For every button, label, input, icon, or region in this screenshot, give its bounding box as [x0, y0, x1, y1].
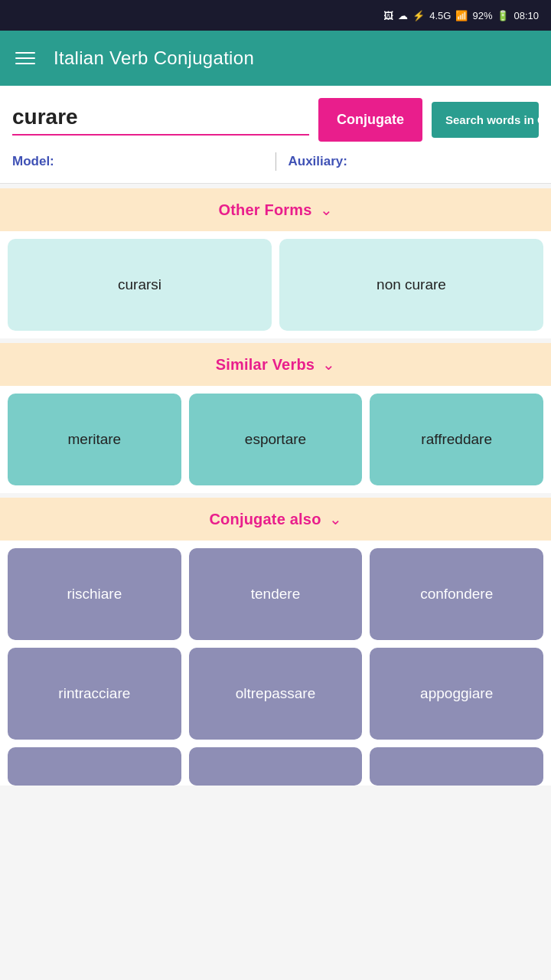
battery-text: 92% — [472, 10, 492, 21]
gallery-icon: 🖼 — [383, 10, 393, 21]
conjugate-also-header[interactable]: Conjugate also ⌄ — [0, 498, 551, 541]
other-forms-header[interactable]: Other Forms ⌄ — [0, 188, 551, 231]
conjugate-also-grid-row1: rischiare tendere confondere — [0, 541, 551, 648]
conj-also-card-oltrepassare[interactable]: oltrepassare — [189, 648, 363, 740]
model-label: Model: — [12, 154, 263, 169]
conj-also-card-rischiare[interactable]: rischiare — [8, 548, 181, 640]
conjugate-also-grid-row3-partial — [0, 747, 551, 786]
auxiliary-label: Auxiliary: — [289, 154, 540, 169]
search-context-button[interactable]: Search words in Context — [432, 102, 539, 139]
other-forms-title: Other Forms — [218, 201, 311, 219]
similar-verbs-header[interactable]: Similar Verbs ⌄ — [0, 343, 551, 386]
network-type: 4.5G — [429, 10, 451, 21]
conj-also-card-partial-1[interactable] — [8, 747, 181, 786]
sections-container: Other Forms ⌄ curarsi non curare Similar… — [0, 188, 551, 786]
signal-icon: 📶 — [455, 10, 468, 21]
sync-icon: ☁ — [398, 10, 408, 21]
conj-also-card-partial-3[interactable] — [370, 747, 543, 786]
conjugate-button[interactable]: Conjugate — [318, 98, 422, 142]
similar-verb-card-meritare[interactable]: meritare — [8, 394, 181, 485]
similar-verbs-grid: meritare esportare raffreddare — [0, 386, 551, 493]
model-auxiliary-row: Model: Auxiliary: — [0, 142, 551, 184]
similar-verb-card-raffreddare[interactable]: raffreddare — [370, 394, 543, 485]
conjugate-also-title: Conjugate also — [209, 511, 321, 528]
conj-also-card-partial-2[interactable] — [189, 747, 363, 786]
similar-verb-card-esportare[interactable]: esportare — [189, 394, 363, 485]
verb-input-container — [12, 105, 309, 136]
other-forms-chevron-icon: ⌄ — [320, 201, 333, 219]
similar-verbs-section: Similar Verbs ⌄ meritare esportare raffr… — [0, 343, 551, 493]
status-icons: 🖼 ☁ ⚡ 4.5G 📶 92% 🔋 08:10 — [383, 10, 539, 21]
conj-also-card-tendere[interactable]: tendere — [189, 548, 363, 640]
other-form-card-curarsi[interactable]: curarsi — [8, 239, 272, 331]
verb-input[interactable] — [12, 105, 309, 129]
other-forms-grid: curarsi non curare — [0, 231, 551, 338]
similar-verbs-chevron-icon: ⌄ — [322, 355, 335, 374]
conjugate-also-section: Conjugate also ⌄ rischiare tendere confo… — [0, 498, 551, 786]
app-bar: Italian Verb Conjugation — [0, 31, 551, 86]
conjugate-also-grid-row2: rintracciare oltrepassare appoggiare — [0, 648, 551, 747]
conjugate-also-chevron-icon: ⌄ — [329, 510, 342, 528]
status-bar: 🖼 ☁ ⚡ 4.5G 📶 92% 🔋 08:10 — [0, 0, 551, 31]
time-display: 08:10 — [514, 10, 539, 21]
conj-also-card-confondere[interactable]: confondere — [370, 548, 543, 640]
search-row: Conjugate Search words in Context — [0, 86, 551, 142]
vertical-divider — [276, 152, 276, 171]
conj-also-card-rintracciare[interactable]: rintracciare — [8, 648, 181, 740]
battery-icon: 🔋 — [497, 10, 509, 21]
app-title: Italian Verb Conjugation — [54, 47, 254, 69]
other-form-card-noncurare[interactable]: non curare — [279, 239, 543, 331]
bolt-icon: ⚡ — [412, 10, 425, 21]
other-forms-section: Other Forms ⌄ curarsi non curare — [0, 188, 551, 338]
conj-also-card-appoggiare[interactable]: appoggiare — [370, 648, 543, 740]
hamburger-menu-button[interactable] — [15, 52, 35, 64]
similar-verbs-title: Similar Verbs — [216, 356, 315, 374]
